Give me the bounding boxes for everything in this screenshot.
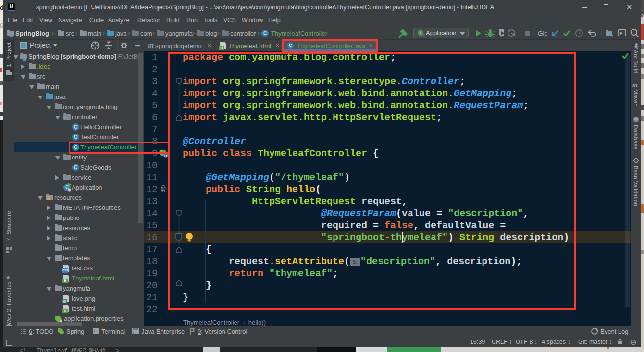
svg-text:@: @	[161, 185, 166, 194]
svg-text:Application: Application	[426, 29, 457, 36]
svg-text:Git:: Git:	[538, 30, 548, 37]
svg-text:C: C	[164, 154, 167, 158]
